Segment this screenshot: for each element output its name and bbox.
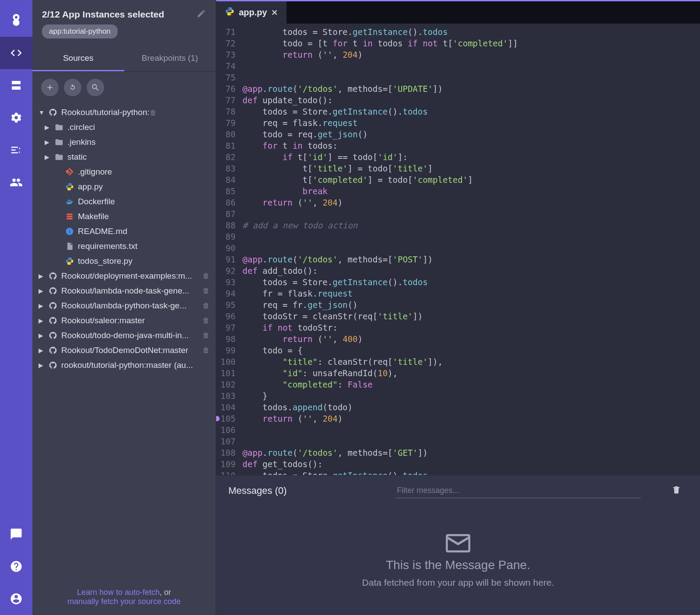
- docker-icon: [65, 197, 74, 206]
- file-tree: ▼Rookout/tutorial-python:🗑▶.circleci▶.je…: [32, 103, 216, 579]
- repo-item[interactable]: ▶Rookout/lambda-python-task-ge...🗑: [37, 298, 211, 313]
- add-button[interactable]: [41, 79, 59, 96]
- folder-icon: [54, 138, 64, 147]
- github-icon: [48, 331, 58, 340]
- repo-item[interactable]: ▶Rookout/todo-demo-java-multi-in...🗑: [37, 328, 211, 343]
- app-tag[interactable]: app:tutorial-python: [42, 24, 118, 38]
- github-icon: [48, 346, 58, 355]
- repo-item[interactable]: ▶rookout/tutorial-python:master (au...: [37, 358, 211, 373]
- nav-settings[interactable]: [0, 101, 32, 134]
- manual-fetch-link[interactable]: manually fetch your source code: [67, 597, 181, 606]
- github-icon: [48, 272, 58, 280]
- make-icon: [65, 212, 74, 221]
- txt-icon: [65, 242, 74, 251]
- code-editor[interactable]: 7172737475767778798081828384858687888990…: [216, 24, 700, 475]
- repo-item[interactable]: ▶Rookout/saleor:master🗑: [37, 313, 211, 328]
- trash-icon[interactable]: 🗑: [203, 287, 210, 295]
- nav-chat[interactable]: [0, 518, 32, 550]
- trash-icon[interactable]: 🗑: [203, 302, 210, 310]
- trash-icon[interactable]: 🗑: [203, 332, 210, 339]
- instances-title: 2/12 App Instances selected: [42, 9, 196, 20]
- editor-tab-app[interactable]: app.py ✕: [216, 1, 287, 24]
- repo-item[interactable]: ▶Rookout/lambda-node-task-gene...🗑: [37, 283, 211, 298]
- nav-servers[interactable]: [0, 69, 32, 101]
- github-icon: [48, 316, 58, 325]
- info-icon: [65, 227, 74, 236]
- nav-help[interactable]: [0, 550, 32, 583]
- github-icon: [48, 361, 58, 370]
- repo-item[interactable]: ▼Rookout/tutorial-python:🗑: [37, 105, 211, 120]
- github-icon: [48, 301, 58, 310]
- python-icon: [65, 182, 74, 191]
- clear-messages-button[interactable]: [672, 485, 681, 496]
- git-icon: [65, 168, 74, 176]
- file-item[interactable]: .gitignore: [37, 164, 211, 179]
- line-gutter[interactable]: 7172737475767778798081828384858687888990…: [216, 24, 242, 475]
- github-icon: [48, 108, 58, 117]
- sidebar-tabs: Sources Breakpoints (1): [32, 46, 216, 72]
- repo-item[interactable]: ▶Rookout/TodoDemoDotNet:master🗑: [37, 343, 211, 358]
- file-item[interactable]: app.py: [37, 179, 211, 194]
- folder-icon: [54, 153, 64, 161]
- nav-filters[interactable]: [0, 134, 32, 166]
- folder-icon: [54, 123, 64, 132]
- messages-empty-state: This is the Message Pane. Data fetched f…: [216, 506, 700, 615]
- folder-item[interactable]: ▶.jenkins: [37, 135, 211, 150]
- file-item[interactable]: todos_store.py: [37, 254, 211, 269]
- folder-item[interactable]: ▶.circleci: [37, 120, 211, 135]
- nav-team[interactable]: [0, 166, 32, 199]
- file-item[interactable]: Makefile: [37, 209, 211, 224]
- trash-icon[interactable]: 🗑: [203, 346, 210, 354]
- folder-item[interactable]: ▶static: [37, 150, 211, 164]
- logo-icon[interactable]: [0, 4, 32, 37]
- messages-filter-input[interactable]: [396, 483, 641, 498]
- sidebar: 2/12 App Instances selected app:tutorial…: [32, 0, 216, 615]
- messages-empty-title: This is the Message Pane.: [386, 558, 530, 572]
- nav-rail: [0, 0, 32, 615]
- trash-icon[interactable]: 🗑: [150, 109, 157, 116]
- code-content[interactable]: todos = Store.getInstance().todos todo =…: [242, 24, 518, 475]
- main: app.py ✕ 7172737475767778798081828384858…: [216, 0, 700, 615]
- tab-sources[interactable]: Sources: [32, 46, 124, 71]
- trash-icon[interactable]: 🗑: [203, 317, 210, 325]
- messages-empty-subtitle: Data fetched from your app will be shown…: [362, 577, 554, 588]
- mail-icon: [446, 534, 470, 553]
- auto-fetch-link[interactable]: Learn how to auto-fetch: [77, 588, 160, 597]
- sources-toolbar: [32, 72, 216, 103]
- sidebar-footer: Learn how to auto-fetch, or manually fet…: [32, 579, 216, 615]
- close-icon[interactable]: ✕: [271, 8, 278, 17]
- file-item[interactable]: Dockerfile: [37, 194, 211, 209]
- file-item[interactable]: README.md: [37, 224, 211, 239]
- search-button[interactable]: [87, 79, 104, 96]
- editor-tab-label: app.py: [239, 7, 267, 17]
- github-icon: [48, 287, 58, 295]
- python-icon: [65, 257, 74, 266]
- file-item[interactable]: requirements.txt: [37, 239, 211, 254]
- nav-code[interactable]: [0, 37, 32, 69]
- trash-icon[interactable]: 🗑: [203, 272, 210, 280]
- messages-panel: Messages (0) This is the Message Pane. D…: [216, 475, 700, 615]
- edit-icon[interactable]: [196, 9, 206, 20]
- messages-title: Messages (0): [228, 485, 287, 496]
- tab-breakpoints[interactable]: Breakpoints (1): [124, 46, 216, 71]
- repo-item[interactable]: ▶Rookout/deployment-examples:m...🗑: [37, 269, 211, 283]
- nav-account[interactable]: [0, 583, 32, 615]
- python-icon: [225, 7, 234, 18]
- refresh-button[interactable]: [64, 79, 81, 96]
- editor-tabs: app.py ✕: [216, 0, 700, 24]
